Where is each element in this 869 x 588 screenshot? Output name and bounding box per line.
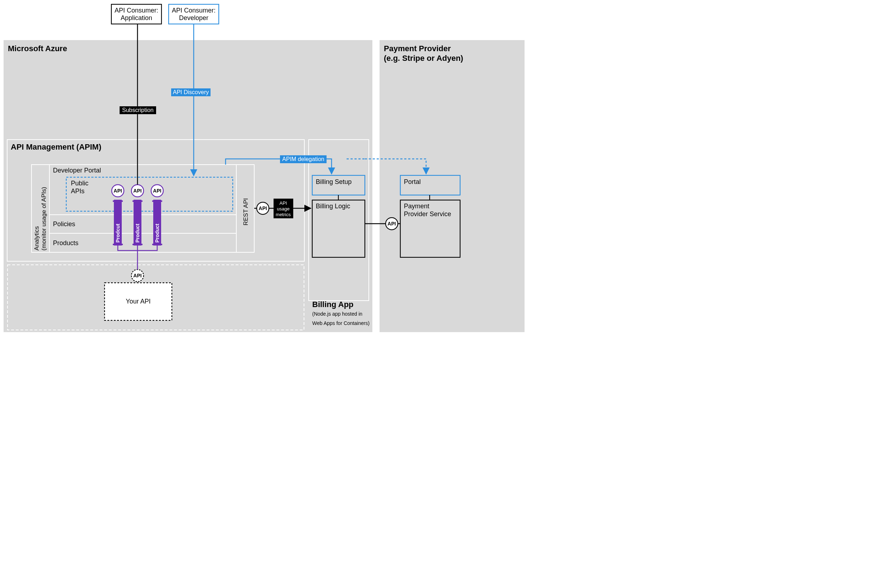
svg-text:usage: usage <box>277 206 289 212</box>
analytics-label-2: (monitor usage of APIs) <box>40 187 47 250</box>
svg-text:Product: Product <box>154 224 160 243</box>
policies-label: Policies <box>53 221 75 228</box>
svg-text:Billing Logic: Billing Logic <box>316 203 350 210</box>
rest-api-label: REST API <box>242 198 249 225</box>
svg-text:Payment Provider: Payment Provider <box>384 44 451 53</box>
api-node-your-api: API <box>131 270 144 281</box>
svg-rect-25 <box>132 244 142 245</box>
svg-text:Provider Service: Provider Service <box>404 210 451 218</box>
svg-text:Billing App: Billing App <box>312 300 353 309</box>
svg-text:APIs: APIs <box>71 188 85 195</box>
svg-text:API: API <box>280 200 287 206</box>
svg-text:API: API <box>133 188 141 194</box>
payment-provider-region: Payment Provider (e.g. Stripe or Adyen) <box>380 40 525 332</box>
apim-delegation-badge: APIM delegation <box>280 156 326 163</box>
svg-text:API Consumer:: API Consumer: <box>172 7 215 14</box>
svg-text:Developer: Developer <box>179 14 208 21</box>
svg-text:API: API <box>153 188 161 194</box>
svg-text:API: API <box>258 206 267 211</box>
svg-rect-29 <box>152 244 162 245</box>
svg-text:Product: Product <box>135 224 140 243</box>
svg-text:API Discovery: API Discovery <box>173 89 209 95</box>
product-pill-1: Prodcut <box>113 200 123 246</box>
svg-text:Application: Application <box>121 14 152 21</box>
svg-text:API: API <box>387 221 396 227</box>
api-node-3: API <box>151 185 163 197</box>
product-pill-3: Product <box>152 200 162 246</box>
developer-portal-label: Developer Portal <box>53 167 101 174</box>
svg-text:API: API <box>114 188 122 194</box>
api-discovery-badge: API Discovery <box>171 88 211 96</box>
svg-rect-28 <box>152 200 162 202</box>
api-node-billing-to-payment: API <box>386 218 398 230</box>
svg-text:Billing Setup: Billing Setup <box>316 178 351 185</box>
svg-text:API Management (APIM): API Management (APIM) <box>11 142 101 151</box>
svg-text:Payment: Payment <box>404 203 429 210</box>
svg-text:Web Apps for Containers): Web Apps for Containers) <box>312 320 369 326</box>
api-usage-metrics-badge: API usage metrics <box>274 198 293 218</box>
svg-text:API: API <box>133 273 141 278</box>
products-label: Products <box>53 239 79 247</box>
api-node-1: API <box>112 185 124 197</box>
api-node-2: API <box>131 185 144 197</box>
api-node-rest: API <box>257 202 269 214</box>
svg-text:(e.g. Stripe or Adyen): (e.g. Stripe or Adyen) <box>384 54 463 63</box>
svg-text:Public: Public <box>71 180 89 187</box>
api-consumer-developer: API Consumer: Developer <box>169 4 219 24</box>
svg-rect-6 <box>4 40 372 332</box>
api-consumer-application: API Consumer: Application <box>111 4 162 24</box>
svg-rect-24 <box>132 200 142 202</box>
svg-text:metrics: metrics <box>276 212 291 217</box>
svg-rect-8 <box>380 40 525 332</box>
svg-text:Prodcut: Prodcut <box>115 224 121 243</box>
svg-text:(Node.js app hosted in: (Node.js app hosted in <box>312 311 362 317</box>
product-pill-2: Product <box>132 200 142 246</box>
svg-text:Microsoft Azure: Microsoft Azure <box>8 44 67 53</box>
svg-text:Portal: Portal <box>404 178 421 185</box>
svg-rect-21 <box>113 244 123 245</box>
svg-text:API Consumer:: API Consumer: <box>114 7 158 14</box>
microsoft-azure-region: Microsoft Azure <box>4 40 372 332</box>
svg-text:APIM delegation: APIM delegation <box>282 156 324 162</box>
subscription-badge: Subscription <box>120 106 156 114</box>
analytics-label-1: Analytics <box>33 226 40 250</box>
svg-text:Your API: Your API <box>126 298 150 305</box>
svg-rect-20 <box>113 200 123 202</box>
svg-text:Subscription: Subscription <box>122 107 154 113</box>
